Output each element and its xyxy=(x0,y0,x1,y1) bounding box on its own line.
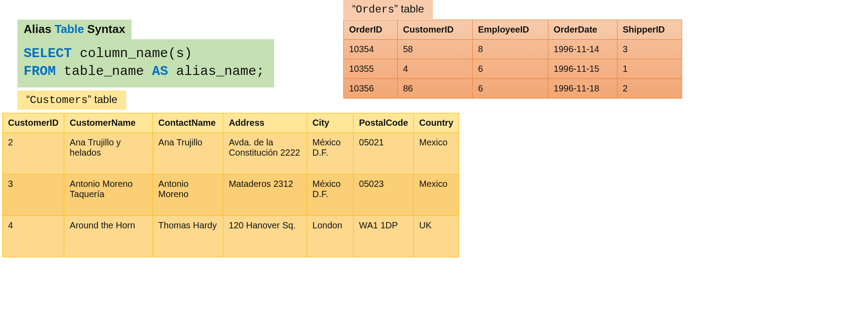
kw-from: FROM xyxy=(24,64,56,79)
table-cell: 2 xyxy=(3,133,64,174)
customers-name: Customers xyxy=(30,94,88,106)
table-cell: 10354 xyxy=(344,40,398,59)
tab-suffix: table xyxy=(398,3,424,15)
table-cell: Around the Horn xyxy=(64,216,153,257)
table-cell: 58 xyxy=(397,40,472,59)
table-cell: 120 Hanover Sq. xyxy=(223,216,307,257)
table-row: 10355461996-11-151 xyxy=(344,59,682,79)
column-header: CustomerID xyxy=(397,20,472,40)
table-cell: Antonio Moreno xyxy=(153,174,223,216)
kw-select: SELECT xyxy=(24,46,72,61)
customers-table: CustomerIDCustomerNameContactNameAddress… xyxy=(2,113,459,257)
tab-suffix: table xyxy=(91,93,118,105)
table-cell: 4 xyxy=(397,59,472,79)
column-header: PostalCode xyxy=(354,113,414,133)
code-text: alias_name; xyxy=(168,64,264,79)
table-cell: 1996-11-15 xyxy=(548,59,617,79)
syntax-heading: Alias Table Syntax xyxy=(17,20,132,40)
table-cell: 10355 xyxy=(344,59,398,79)
column-header: Address xyxy=(223,113,307,133)
table-cell: Avda. de la Constitución 2222 xyxy=(223,133,307,174)
column-header: OrderDate xyxy=(548,20,617,40)
column-header: EmployeeID xyxy=(473,20,548,40)
column-header: CustomerID xyxy=(3,113,64,133)
heading-keyword: Table xyxy=(54,22,84,36)
orders-name: Orders xyxy=(356,4,394,16)
table-row: 2Ana Trujillo y heladosAna TrujilloAvda.… xyxy=(3,133,459,174)
table-row: 103545881996-11-143 xyxy=(344,40,682,59)
kw-as: AS xyxy=(152,64,168,79)
column-header: ContactName xyxy=(153,113,223,133)
column-header: CustomerName xyxy=(64,113,153,133)
table-cell: 3 xyxy=(617,40,682,59)
table-cell: Mataderos 2312 xyxy=(223,174,307,216)
orders-tab: “Orders” table xyxy=(343,0,433,19)
code-text: table_name xyxy=(56,64,152,79)
heading-suffix: Syntax xyxy=(84,22,125,36)
table-cell: 1996-11-18 xyxy=(548,79,617,99)
table-cell: México D.F. xyxy=(307,174,354,216)
table-cell: México D.F. xyxy=(307,133,354,174)
table-cell: UK xyxy=(414,216,459,257)
table-cell: Mexico xyxy=(414,133,459,174)
table-cell: 2 xyxy=(617,79,682,99)
table-cell: 6 xyxy=(473,59,548,79)
open-quote: “ xyxy=(352,3,356,15)
open-quote: “ xyxy=(26,93,30,105)
table-cell: 05021 xyxy=(354,133,414,174)
column-header: OrderID xyxy=(344,20,398,40)
table-cell: 05023 xyxy=(354,174,414,216)
column-header: ShipperID xyxy=(617,20,682,40)
close-quote: ” xyxy=(88,93,91,105)
table-header-row: OrderIDCustomerIDEmployeeIDOrderDateShip… xyxy=(344,20,682,40)
table-header-row: CustomerIDCustomerNameContactNameAddress… xyxy=(3,113,459,133)
heading-prefix: Alias xyxy=(24,22,54,36)
table-row: 3Antonio Moreno TaqueríaAntonio MorenoMa… xyxy=(3,174,459,216)
table-row: 4Around the HornThomas Hardy120 Hanover … xyxy=(3,216,459,257)
table-row: 103568661996-11-182 xyxy=(344,79,682,99)
table-cell: Ana Trujillo y helados xyxy=(64,133,153,174)
slide-root: Alias Table Syntax SELECT column_name(s)… xyxy=(0,0,868,322)
table-cell: 8 xyxy=(473,40,548,59)
table-cell: 1 xyxy=(617,59,682,79)
code-text: column_name(s) xyxy=(72,46,192,61)
table-cell: 86 xyxy=(397,79,472,99)
table-cell: WA1 1DP xyxy=(354,216,414,257)
table-cell: 3 xyxy=(3,174,64,216)
table-cell: 1996-11-14 xyxy=(548,40,617,59)
column-header: City xyxy=(307,113,354,133)
syntax-code-block: SELECT column_name(s) FROM table_name AS… xyxy=(17,39,274,87)
column-header: Country xyxy=(414,113,459,133)
table-cell: 6 xyxy=(473,79,548,99)
customers-tab: “Customers” table xyxy=(17,91,126,110)
table-cell: 10356 xyxy=(344,79,398,99)
table-cell: Thomas Hardy xyxy=(153,216,223,257)
table-cell: 4 xyxy=(3,216,64,257)
table-cell: London xyxy=(307,216,354,257)
orders-table: OrderIDCustomerIDEmployeeIDOrderDateShip… xyxy=(343,20,682,99)
table-cell: Mexico xyxy=(414,174,459,216)
table-cell: Ana Trujillo xyxy=(153,133,223,174)
table-cell: Antonio Moreno Taquería xyxy=(64,174,153,216)
